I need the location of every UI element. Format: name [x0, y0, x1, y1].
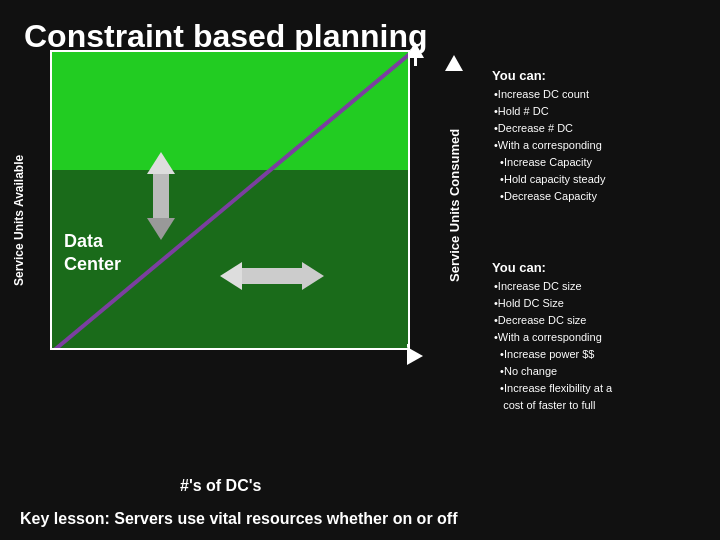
you-can-items-2: •Increase DC size •Hold DC Size •Decreas…: [492, 278, 712, 414]
y-axis-label: Service Units Available: [12, 110, 40, 330]
service-consumed-container: Service Units Consumed: [445, 55, 463, 335]
you-can-section-1: You can: •Increase DC count •Hold # DC •…: [492, 68, 712, 205]
you-can-items-1: •Increase DC count •Hold # DC •Decrease …: [492, 86, 712, 205]
you-can-section-2: You can: •Increase DC size •Hold DC Size…: [492, 260, 712, 414]
vertical-double-arrow: [147, 152, 175, 240]
chart-y-arrow: [406, 42, 424, 66]
you-can-title-2: You can:: [492, 260, 712, 275]
svg-line-0: [52, 52, 408, 348]
diagonal-line-svg: [52, 52, 408, 348]
chart-x-arrow: [407, 344, 423, 365]
data-center-label: DataCenter: [64, 230, 121, 277]
service-consumed-label: Service Units Consumed: [447, 75, 462, 335]
chart-box: DataCenter: [50, 50, 410, 350]
page-title: Constraint based planning: [0, 0, 452, 55]
key-lesson: Key lesson: Servers use vital resources …: [20, 510, 710, 528]
slide: Constraint based planning Energy Spend S…: [0, 0, 720, 540]
horizontal-double-arrow: [220, 262, 324, 290]
x-axis-label: #'s of DC's: [180, 477, 261, 495]
you-can-title-1: You can:: [492, 68, 712, 83]
